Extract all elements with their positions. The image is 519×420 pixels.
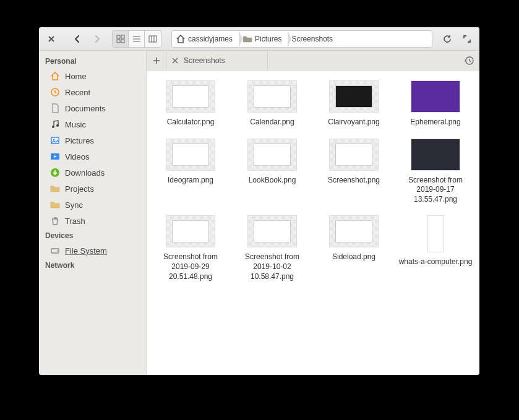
pictures-icon [50,135,60,145]
list-view-button[interactable] [129,31,145,47]
sidebar-item-projects[interactable]: Projects [39,181,146,197]
crumb-label: cassidyjames [188,35,233,43]
svg-rect-1 [121,35,124,38]
svg-rect-3 [121,40,124,43]
breadcrumb-screenshots[interactable]: Screenshots [288,31,339,47]
refresh-button[interactable] [439,30,456,48]
file-item[interactable]: Screenshot.png [316,139,392,205]
file-thumbnail [427,215,444,252]
file-item[interactable]: Ephemeral.png [398,80,473,127]
file-thumbnail [411,80,460,113]
file-label: whats-a-computer.png [399,257,473,267]
sidebar-item-file-system[interactable]: File System [39,242,146,259]
recent-icon [50,87,60,97]
tab-label: Screenshots [184,56,225,65]
music-icon [50,119,60,129]
home-icon [50,71,60,81]
folder-icon [50,200,60,210]
sidebar-item-label: Projects [65,184,94,194]
trash-icon [50,216,60,226]
column-view-button[interactable] [145,31,161,47]
folder-icon [242,34,252,44]
file-thumbnail [247,215,297,247]
maximize-button[interactable] [458,30,476,48]
file-label: Calculator.png [167,118,215,127]
sidebar-item-label: Documents [65,104,106,113]
file-item[interactable]: Calculator.png [153,80,228,127]
file-label: Screenshot.png [328,176,380,186]
file-manager-window: cassidyjamesPicturesScreenshots Personal… [39,27,479,375]
tab-screenshots[interactable]: Screenshots [166,51,268,70]
home-icon [176,34,186,44]
file-item[interactable]: Screenshot from 2019-09-17 13.55.47.png [398,139,473,205]
new-tab-button[interactable] [147,51,166,70]
sidebar-item-trash[interactable]: Trash [39,213,146,229]
content-area: Screenshots Calculator.pngCalendar.pngCl… [147,51,479,375]
file-label: Screenshot from 2019-09-29 20.51.48.png [153,252,228,281]
sidebar-item-label: Home [65,72,87,81]
drive-icon [50,246,60,255]
file-label: Sideload.png [332,252,375,262]
titlebar: cassidyjamesPicturesScreenshots [39,27,479,51]
breadcrumb-pictures[interactable]: Pictures [239,31,288,47]
sidebar-item-recent[interactable]: Recent [39,84,146,100]
file-item[interactable]: Screenshot from 2019-09-29 20.51.48.png [153,215,228,281]
svg-point-18 [57,251,58,252]
forward-button[interactable] [88,30,106,48]
sidebar-item-label: Sync [65,200,83,210]
svg-point-11 [52,126,54,128]
file-item[interactable]: Ideogram.png [153,139,228,205]
sidebar-item-documents[interactable]: Documents [39,100,146,116]
file-thumbnail [247,80,297,113]
file-thumbnail [411,139,460,171]
sidebar-item-label: File System [65,246,107,255]
file-thumbnail [166,139,215,171]
sidebar-item-pictures[interactable]: Pictures [39,132,146,148]
svg-rect-0 [117,35,120,38]
downloads-icon [50,168,60,178]
file-label: Screenshot from 2019-10-02 10.58.47.png [235,252,309,281]
sidebar-item-label: Pictures [65,136,94,145]
crumb-label: Screenshots [291,35,333,43]
svg-rect-7 [149,36,157,42]
sidebar-item-label: Trash [65,216,85,226]
breadcrumb: cassidyjamesPicturesScreenshots [171,30,432,48]
file-label: Ideogram.png [168,176,213,186]
file-item[interactable]: whats-a-computer.png [398,215,473,281]
sidebar-item-home[interactable]: Home [39,68,146,84]
folder-icon [50,184,60,194]
sidebar: PersonalHomeRecentDocumentsMusicPictures… [39,51,147,375]
file-label: Ephemeral.png [410,118,460,127]
file-item[interactable]: Clairvoyant.png [316,80,392,127]
file-item[interactable]: Screenshot from 2019-10-02 10.58.47.png [234,215,310,281]
file-grid: Calculator.pngCalendar.pngClairvoyant.pn… [147,71,479,375]
file-thumbnail [329,80,379,113]
file-item[interactable]: Sideload.png [316,215,392,281]
sidebar-item-label: Music [65,120,86,129]
file-label: Clairvoyant.png [328,118,379,127]
file-label: Screenshot from 2019-09-17 13.55.47.png [398,176,473,205]
sidebar-item-sync[interactable]: Sync [39,197,146,213]
file-item[interactable]: Calendar.png [234,80,310,127]
videos-icon [50,152,60,161]
svg-point-12 [56,124,59,127]
history-button[interactable] [460,51,479,70]
sidebar-item-downloads[interactable]: Downloads [39,165,146,181]
tab-close-icon[interactable] [166,58,184,64]
file-item[interactable]: LookBook.png [234,139,310,205]
close-button[interactable] [43,30,60,48]
tabbar: Screenshots [147,51,479,71]
sidebar-item-label: Videos [65,152,90,161]
breadcrumb-cassidyjames[interactable]: cassidyjames [172,31,239,47]
back-button[interactable] [69,30,86,48]
sidebar-item-label: Recent [65,88,90,97]
doc-icon [50,103,60,113]
file-label: LookBook.png [249,176,296,186]
sidebar-item-music[interactable]: Music [39,116,146,132]
view-switcher [112,30,161,48]
icon-view-button[interactable] [113,31,129,47]
sidebar-header-devices: Devices [39,229,146,242]
file-thumbnail [166,80,215,113]
sidebar-item-videos[interactable]: Videos [39,148,146,165]
sidebar-item-label: Downloads [65,168,105,178]
